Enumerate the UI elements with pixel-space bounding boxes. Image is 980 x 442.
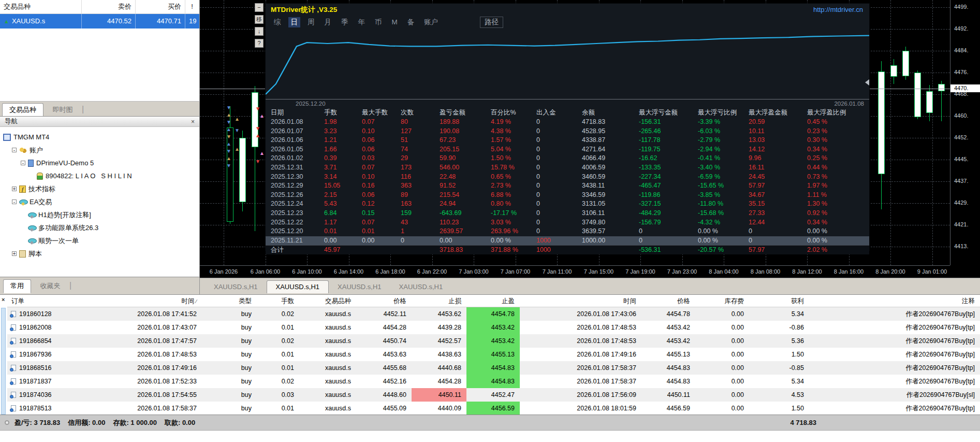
- order-row[interactable]: 1918668542026.01.08 17:47:57buy0.02xauus…: [7, 334, 980, 348]
- mtdriver-stats-panel[interactable]: MTDriver统计 ,V3.25 http://mtdriver.cn 综日周…: [265, 3, 870, 251]
- order-swap: 0.00: [695, 348, 749, 361]
- stats-cell: 363: [401, 181, 440, 191]
- order-comment: 作者2026904767Buy[tp]: [809, 307, 980, 321]
- orders-col-header[interactable]: 手数: [257, 295, 299, 308]
- stats-menu-item-季[interactable]: 季: [341, 18, 348, 27]
- order-row[interactable]: 1918785132026.01.08 17:58:37buy0.01xauus…: [7, 402, 980, 415]
- chart-tab-3[interactable]: XAUUSD.s,H1: [390, 281, 452, 293]
- market-watch-row-xauusd[interactable]: ▲ XAUUSD.s 4470.52 4470.71 19: [0, 14, 199, 28]
- navigator-close-icon[interactable]: ×: [191, 118, 195, 125]
- order-sl: 4439.28: [412, 321, 466, 334]
- stats-cell: 0.65 %: [491, 173, 536, 182]
- price-axis[interactable]: 4499.4492.4484.4476.4468.4460.4452.4445.…: [950, 0, 980, 265]
- panel-button-1[interactable]: 移: [255, 15, 264, 24]
- nav-item-ea-sub[interactable]: 顺势一次一单: [0, 234, 199, 247]
- col-alert[interactable]: !: [185, 0, 199, 13]
- col-sell[interactable]: 卖价: [82, 0, 136, 13]
- order-row[interactable]: 1918620082026.01.08 17:43:07buy0.01xauus…: [7, 321, 980, 334]
- stats-menu-item-年[interactable]: 年: [358, 18, 365, 27]
- stats-cell: 9.96: [749, 154, 807, 163]
- time-axis-label: 8 Jan 16:00: [834, 268, 864, 275]
- collapse-icon[interactable]: -: [21, 161, 25, 165]
- stats-col-header: 最大浮盈比例: [807, 108, 869, 118]
- order-price: 4448.60: [356, 388, 412, 402]
- chart-tab-0[interactable]: XAUUSD.s,H1: [205, 281, 267, 293]
- tab-tick-chart[interactable]: 即时图: [46, 104, 79, 117]
- orders-col-header[interactable]: 时间: [520, 295, 641, 308]
- stats-menu-item-路径[interactable]: 路径: [480, 17, 503, 28]
- collapse-icon[interactable]: -: [12, 148, 17, 152]
- nav-item-platform[interactable]: TMGM MT4: [0, 131, 199, 144]
- expand-icon[interactable]: +: [12, 251, 17, 256]
- stats-col-header: 余额: [582, 108, 639, 118]
- orders-col-header[interactable]: 价格: [641, 295, 695, 308]
- stats-menu-item-币[interactable]: 币: [375, 18, 382, 27]
- stats-menu-item-月[interactable]: 月: [325, 18, 332, 27]
- stats-cell: 159: [401, 209, 440, 218]
- panel-button-0[interactable]: −: [255, 3, 264, 12]
- stats-cell: 0: [536, 218, 582, 227]
- stats-menu-item-M[interactable]: M: [392, 18, 398, 26]
- nav-item-label: TMGM MT4: [13, 133, 49, 141]
- orders-col-header[interactable]: 止损: [412, 295, 466, 308]
- orders-col-header[interactable]: 交易品种: [299, 295, 356, 308]
- nav-item-f[interactable]: +f技术指标: [0, 182, 199, 195]
- stats-menu-item-备[interactable]: 备: [407, 18, 415, 27]
- order-doc-icon: [11, 392, 16, 398]
- chart-tab-2[interactable]: XAUUSD.s,H1: [329, 281, 390, 293]
- order-row[interactable]: 1918601282026.01.08 17:41:52buy0.02xauus…: [7, 307, 980, 321]
- stats-total-row: 合计45.973718.83371.88 %1000-536.31-20.57 …: [266, 245, 869, 254]
- chart-area[interactable]: ▼▲▼▲▼▲▼▲▼×▲▼▲▼▲▼▲▲▼⚑ −移↓? MTDriver统计 ,V3…: [200, 0, 980, 278]
- orders-col-header[interactable]: 价格: [356, 295, 412, 308]
- order-type: buy: [202, 348, 257, 361]
- tab-common[interactable]: 常用: [3, 279, 31, 293]
- expand-icon[interactable]: +: [12, 187, 17, 191]
- order-type: buy: [202, 321, 257, 334]
- trade-arrow-marker: ▲: [235, 147, 240, 152]
- nav-item-ea[interactable]: -EA交易: [0, 195, 199, 208]
- stats-menu-item-日[interactable]: 日: [288, 17, 301, 27]
- stats-menu-item-综[interactable]: 综: [274, 18, 281, 27]
- nav-item-script[interactable]: +脚本: [0, 247, 199, 260]
- orders-close-icon[interactable]: ×: [2, 296, 5, 303]
- order-open_time: 2026.01.08 17:52:33: [104, 375, 202, 388]
- col-buy[interactable]: 买价: [136, 0, 185, 13]
- nav-item-server[interactable]: -DPrimeVU-Demo 5: [0, 156, 199, 169]
- nav-item-ea-sub[interactable]: 多功能跟单系统26.3: [0, 221, 199, 234]
- order-symbol: xauusd.s: [299, 388, 356, 402]
- chart-tab-1[interactable]: XAUUSD.s,H1: [267, 280, 329, 293]
- stats-menu-item-账户[interactable]: 账户: [424, 18, 438, 27]
- orders-col-header[interactable]: 注释: [809, 295, 980, 308]
- collapse-icon[interactable]: -: [12, 199, 17, 204]
- tab-favorites[interactable]: 收藏夹: [33, 280, 67, 293]
- orders-col-header[interactable]: 止盈: [466, 295, 520, 308]
- orders-col-header[interactable]: 订单: [7, 295, 104, 308]
- equity-end-date: 2026.01.08: [834, 101, 864, 107]
- orders-col-header[interactable]: 类型: [202, 295, 257, 308]
- orders-col-header[interactable]: 获利: [749, 295, 809, 308]
- panel-resize-handle[interactable]: [865, 79, 869, 85]
- order-row[interactable]: 1918740362026.01.08 17:54:55buy0.03xauus…: [7, 388, 980, 402]
- panel-button-3[interactable]: ?: [255, 39, 264, 48]
- market-watch-tabs: 交易品种 即时图 |: [0, 102, 200, 116]
- order-row[interactable]: 1918685162026.01.08 17:49:16buy0.01xauus…: [7, 361, 980, 375]
- order-symbol: xauusd.s: [299, 307, 356, 321]
- panel-button-2[interactable]: ↓: [255, 27, 264, 36]
- tab-symbols[interactable]: 交易品种: [2, 103, 43, 117]
- time-axis[interactable]: 6 Jan 20266 Jan 06:006 Jan 10:006 Jan 14…: [200, 265, 950, 278]
- orders-col-header[interactable]: 库存费: [695, 295, 749, 308]
- orders-col-header[interactable]: 时间 ∕: [104, 295, 202, 308]
- nav-item-accounts[interactable]: -账户: [0, 144, 199, 156]
- nav-item-user[interactable]: 8904822: L I A O S H I L I N: [0, 169, 199, 182]
- order-close_price: 4453.42: [641, 334, 695, 348]
- col-symbol[interactable]: 交易品种: [0, 0, 82, 13]
- order-row[interactable]: 1918718372026.01.08 17:52:33buy0.02xauus…: [7, 375, 980, 388]
- stats-total-cell: [401, 246, 440, 255]
- nav-item-ea-sub[interactable]: H1趋势[开放注释]: [0, 208, 199, 221]
- order-row[interactable]: 1918679362026.01.08 17:48:53buy0.01xauus…: [7, 348, 980, 361]
- stats-url-link[interactable]: http://mtdriver.cn: [813, 6, 863, 13]
- equity-curve-line: [266, 36, 869, 94]
- stats-cell: 3460.59: [582, 173, 639, 182]
- stats-menu-item-周[interactable]: 周: [308, 18, 315, 27]
- stats-date: 2025.12.24: [271, 199, 324, 209]
